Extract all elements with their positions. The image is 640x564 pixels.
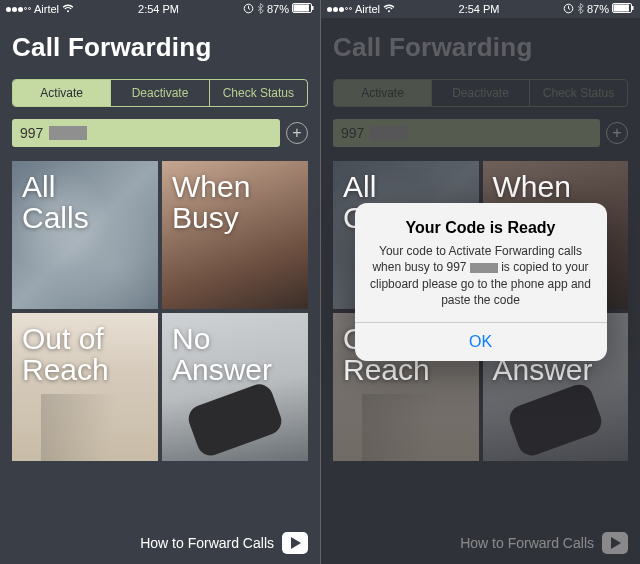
tile-out-of-reach[interactable]: Out of Reach — [12, 313, 158, 461]
tile-all-calls[interactable]: All Calls — [12, 161, 158, 309]
battery-pct: 87% — [267, 3, 289, 15]
add-number-button[interactable]: + — [286, 122, 308, 144]
orientation-lock-icon — [243, 3, 254, 16]
svg-rect-3 — [312, 6, 314, 10]
segment-activate[interactable]: Activate — [13, 80, 111, 106]
svg-rect-2 — [294, 5, 310, 12]
page-title: Call Forwarding — [12, 32, 308, 63]
alert-title: Your Code is Ready — [369, 219, 593, 237]
redacted-number — [49, 126, 87, 140]
segment-deactivate[interactable]: Deactivate — [111, 80, 209, 106]
how-to-link[interactable]: How to Forward Calls — [140, 532, 308, 554]
bluetooth-icon — [257, 3, 264, 16]
alert-message: Your code to Activate Forwarding calls w… — [369, 243, 593, 308]
redacted-number — [470, 263, 498, 273]
how-to-label: How to Forward Calls — [140, 535, 274, 551]
option-grid: All Calls When Busy Out of Reach No Answ… — [12, 161, 308, 461]
alert-dialog: Your Code is Ready Your code to Activate… — [355, 203, 607, 361]
alert-ok-button[interactable]: OK — [355, 322, 607, 361]
signal-dots-icon — [6, 7, 31, 12]
number-input[interactable]: 997 — [12, 119, 280, 147]
tile-label: Out of Reach — [22, 323, 109, 385]
phone-left: Airtel 2:54 PM 87% Call Forwarding Activ… — [0, 0, 320, 564]
tile-no-answer[interactable]: No Answer — [162, 313, 308, 461]
wifi-icon — [62, 3, 74, 15]
tile-when-busy[interactable]: When Busy — [162, 161, 308, 309]
battery-icon — [292, 3, 314, 15]
phone-right: Airtel 2:54 PM 87% Call Forwarding Activ… — [320, 0, 640, 564]
app-body: Call Forwarding Activate Deactivate Chec… — [0, 18, 320, 564]
number-value: 997 — [20, 125, 43, 141]
tile-label: No Answer — [172, 323, 272, 385]
alert-overlay: Your Code is Ready Your code to Activate… — [321, 0, 640, 564]
play-icon — [282, 532, 308, 554]
carrier-label: Airtel — [34, 3, 59, 15]
clock: 2:54 PM — [138, 3, 179, 15]
tile-label: When Busy — [172, 171, 250, 233]
status-bar: Airtel 2:54 PM 87% — [0, 0, 320, 18]
segmented-control[interactable]: Activate Deactivate Check Status — [12, 79, 308, 107]
tile-label: All Calls — [22, 171, 89, 233]
segment-check-status[interactable]: Check Status — [210, 80, 307, 106]
